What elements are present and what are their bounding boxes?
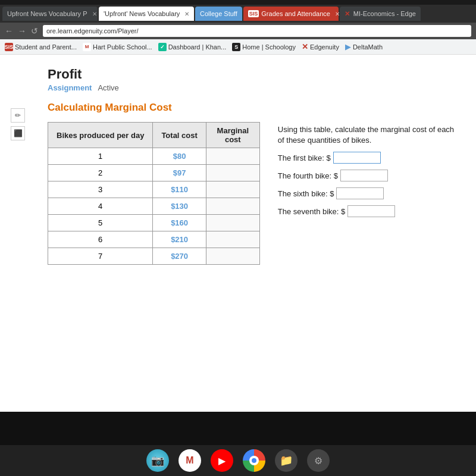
sis-bookmark-icon: SIS xyxy=(5,43,13,51)
address-input[interactable] xyxy=(43,25,471,37)
bookmark-deltamath[interactable]: ▶ DeltaMath xyxy=(345,42,383,51)
table-row: 1$80 xyxy=(48,148,260,165)
page-content: ✏ ⬛ Profit Assignment Active Calculating… xyxy=(0,55,476,412)
taskbar-camera-icon[interactable]: 📷 xyxy=(146,449,169,472)
col-header-total: Total cost xyxy=(153,123,206,148)
question-row-7: The seventh bike: $ xyxy=(278,205,458,217)
tab-label: Grades and Attendance xyxy=(261,10,330,17)
address-bar: ← → ↺ xyxy=(0,23,476,39)
active-label: Active xyxy=(98,83,118,92)
total-cost-cell: $160 xyxy=(153,215,206,231)
cost-table: Bikes produced per day Total cost Margin… xyxy=(48,122,260,265)
tab-mi-economics[interactable]: ✕ MI-Economics - Edge xyxy=(340,7,421,21)
bikes-cell: 2 xyxy=(48,165,153,181)
back-icon[interactable]: ← xyxy=(5,26,13,36)
bikes-cell: 7 xyxy=(48,248,153,265)
marginal-cost-cell xyxy=(206,248,259,265)
questions-panel: Using this table, calculate the marginal… xyxy=(278,122,458,223)
page-title: Profit xyxy=(48,67,458,82)
table-row: 2$97 xyxy=(48,165,260,181)
bookmark-label: Student and Parent... xyxy=(15,43,77,51)
forward-icon[interactable]: → xyxy=(18,26,26,36)
question-input-1[interactable] xyxy=(333,152,381,164)
table-row: 5$160 xyxy=(48,215,260,231)
bookmark-label: Hart Public School... xyxy=(93,43,152,51)
bookmark-schoology[interactable]: S Home | Schoology xyxy=(232,43,296,51)
question-description: Using this table, calculate the marginal… xyxy=(278,124,458,146)
refresh-icon[interactable]: ↺ xyxy=(31,26,38,36)
table-row: 3$110 xyxy=(48,181,260,198)
tab-college-stuff[interactable]: College Stuff xyxy=(195,7,242,21)
marginal-cost-cell xyxy=(206,198,259,215)
pencil-tool[interactable]: ✏ xyxy=(11,108,25,123)
marginal-cost-cell xyxy=(206,148,259,165)
gmail-bookmark-icon: M xyxy=(83,43,91,51)
marginal-cost-cell xyxy=(206,231,259,248)
bikes-cell: 3 xyxy=(48,181,153,198)
marginal-cost-cell xyxy=(206,215,259,231)
assignment-row: Assignment Active xyxy=(48,83,458,92)
tab-bar: Upfront News Vocabulary P ✕ 'Upfront' Ne… xyxy=(0,5,476,23)
tab-upfront-2[interactable]: 'Upfront' News Vocabulary ✕ xyxy=(99,7,194,21)
mi-icon: ✕ xyxy=(345,10,350,18)
bookmark-label: Dashboard | Khan... xyxy=(168,43,227,51)
tab-label: MI-Economics - Edge xyxy=(353,10,416,17)
question-row-6: The sixth bike: $ xyxy=(278,187,458,199)
bookmark-label: Edgenuity xyxy=(310,43,339,51)
bikes-cell: 4 xyxy=(48,198,153,215)
table-row: 4$130 xyxy=(48,198,260,215)
bikes-cell: 5 xyxy=(48,215,153,231)
col-header-bikes: Bikes produced per day xyxy=(48,123,153,148)
assignment-label: Assignment xyxy=(48,83,92,92)
tab-close-icon[interactable]: ✕ xyxy=(335,11,340,17)
bookmark-edgenuity[interactable]: ✕ Edgenuity xyxy=(302,42,339,51)
table-row: 6$210 xyxy=(48,231,260,248)
bookmark-label: Home | Schoology xyxy=(242,43,296,51)
table-row: 7$270 xyxy=(48,248,260,265)
marginal-cost-cell xyxy=(206,165,259,181)
question-row-1: The first bike: $ xyxy=(278,152,458,164)
question-row-4: The fourth bike: $ xyxy=(278,170,458,181)
tab-label: Upfront News Vocabulary P xyxy=(7,10,87,17)
tab-label: 'Upfront' News Vocabulary xyxy=(104,10,180,17)
question-label-7: The seventh bike: $ xyxy=(278,207,345,216)
deltamath-bookmark-icon: ▶ xyxy=(345,42,351,51)
bikes-cell: 1 xyxy=(48,148,153,165)
sis-badge: SIS xyxy=(248,10,259,17)
bottom-bezel xyxy=(0,433,476,445)
bookmark-hart-school[interactable]: M Hart Public School... xyxy=(83,43,152,51)
question-input-6[interactable] xyxy=(336,187,384,199)
question-label-4: The fourth bike: $ xyxy=(278,171,338,180)
tab-grades[interactable]: SIS Grades and Attendance ✕ xyxy=(243,7,339,21)
bookmark-label: DeltaMath xyxy=(353,43,383,51)
bikes-cell: 6 xyxy=(48,231,153,248)
total-cost-cell: $210 xyxy=(153,231,206,248)
question-label-1: The first bike: $ xyxy=(278,154,331,162)
main-layout: Bikes produced per day Total cost Margin… xyxy=(48,122,458,265)
taskbar-chrome-icon[interactable] xyxy=(243,449,265,472)
total-cost-cell: $270 xyxy=(153,248,206,265)
total-cost-cell: $97 xyxy=(153,165,206,181)
khan-bookmark-icon: ✓ xyxy=(158,43,167,51)
tab-close-icon[interactable]: ✕ xyxy=(92,11,97,17)
left-tools: ✏ ⬛ xyxy=(11,108,25,140)
bookmark-khan[interactable]: ✓ Dashboard | Khan... xyxy=(158,43,227,51)
schoology-bookmark-icon: S xyxy=(232,43,240,51)
taskbar-youtube-icon[interactable]: ▶ xyxy=(211,449,233,472)
taskbar-files-icon[interactable]: 📁 xyxy=(275,449,298,472)
bookmark-student-parent[interactable]: SIS Student and Parent... xyxy=(5,43,77,51)
marginal-cost-cell xyxy=(206,181,259,198)
taskbar-gmail-icon[interactable]: M xyxy=(178,449,201,472)
tab-close-icon[interactable]: ✕ xyxy=(184,11,189,17)
total-cost-cell: $80 xyxy=(153,148,206,165)
question-input-7[interactable] xyxy=(347,205,395,217)
question-input-4[interactable] xyxy=(340,170,388,181)
taskbar-settings-icon[interactable]: ⚙ xyxy=(307,449,330,472)
edgenuity-bookmark-icon: ✕ xyxy=(302,42,308,51)
taskbar: 📷 M ▶ 📁 ⚙ xyxy=(0,445,476,476)
bookmarks-bar: SIS Student and Parent... M Hart Public … xyxy=(0,39,476,55)
calculator-tool[interactable]: ⬛ xyxy=(11,126,25,140)
tab-upfront-1[interactable]: Upfront News Vocabulary P ✕ xyxy=(2,7,98,21)
col-header-marginal: Marginal cost xyxy=(206,123,259,148)
section-title: Calculating Marginal Cost xyxy=(48,102,458,114)
